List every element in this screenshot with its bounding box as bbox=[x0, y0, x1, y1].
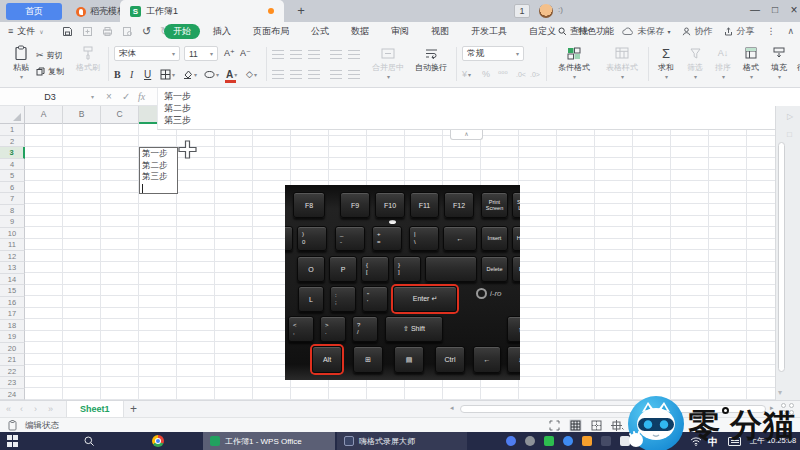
user-avatar[interactable] bbox=[539, 4, 553, 18]
taskbar-search-icon[interactable] bbox=[84, 436, 95, 447]
row-header-13[interactable]: 13 bbox=[0, 262, 25, 274]
confirm-entry-icon[interactable]: ✓ bbox=[122, 88, 130, 106]
cell-style-button[interactable] bbox=[204, 66, 219, 82]
italic-button[interactable]: I bbox=[130, 66, 133, 82]
prev-sheet-icon[interactable]: ‹ bbox=[20, 401, 23, 418]
bold-button[interactable]: B bbox=[114, 66, 121, 82]
row-header-14[interactable]: 14 bbox=[0, 274, 25, 286]
side-pane-icon[interactable]: □ bbox=[787, 130, 792, 139]
keyboard-image[interactable]: i-ro F8F9F10F11F12Print ScreenScroll Loc… bbox=[285, 185, 520, 380]
font-name-select[interactable]: 宋体▾ bbox=[114, 46, 180, 61]
fill-button[interactable]: 填充 bbox=[766, 44, 792, 80]
decrease-indent-icon[interactable] bbox=[330, 50, 342, 59]
merge-center-button[interactable]: 合并居中 bbox=[368, 44, 408, 80]
formula-bar-content[interactable]: 第一步第二步第三步 bbox=[157, 88, 775, 130]
align-left-icon[interactable] bbox=[272, 70, 284, 79]
comma-format-icon[interactable]: ⁰⁰⁰ bbox=[498, 66, 508, 82]
page-break-view-icon[interactable] bbox=[611, 419, 624, 432]
taskbar-window-recorder[interactable]: 嗨格式录屏大师 bbox=[337, 432, 467, 450]
format-button[interactable]: 格式 bbox=[738, 44, 764, 80]
add-sheet-button[interactable]: + bbox=[130, 401, 137, 417]
taskbar-window-wps[interactable]: 工作簿1 - WPS Office bbox=[203, 432, 335, 450]
row-header-10[interactable]: 10 bbox=[0, 228, 25, 240]
distribute-icon[interactable] bbox=[348, 70, 360, 79]
copy-button[interactable]: 复制 bbox=[36, 63, 64, 79]
tab-workbook1[interactable]: S 工作簿1 bbox=[120, 0, 284, 22]
column-header-A[interactable]: A bbox=[25, 106, 63, 124]
security-icon[interactable] bbox=[582, 436, 592, 446]
row-header-3[interactable]: 3 bbox=[0, 147, 25, 159]
currency-format-icon[interactable]: ¥ bbox=[462, 66, 471, 82]
page-layout-view-icon[interactable] bbox=[590, 419, 603, 432]
ribbon-tab-3[interactable]: 公式 bbox=[302, 24, 338, 39]
collaborate-button[interactable]: 协作 bbox=[682, 25, 712, 38]
sum-button[interactable]: Σ 求和 bbox=[652, 44, 680, 80]
chrome-icon[interactable] bbox=[152, 435, 164, 447]
notification-badge[interactable]: 1 bbox=[514, 4, 530, 18]
font-color-button[interactable]: A bbox=[226, 66, 237, 82]
ribbon-tab-5[interactable]: 审阅 bbox=[382, 24, 418, 39]
eye-care-icon[interactable] bbox=[525, 436, 535, 446]
collapse-ribbon-icon[interactable]: ∧ bbox=[787, 26, 794, 36]
active-cell-editor[interactable]: 第一步第二步第三步 bbox=[139, 147, 178, 194]
filter-button[interactable]: 筛选 bbox=[682, 44, 708, 80]
align-top-icon[interactable] bbox=[272, 50, 284, 59]
row-header-24[interactable]: 24 bbox=[0, 389, 25, 401]
print-icon[interactable] bbox=[102, 26, 113, 37]
highlight-color-button[interactable]: ◇ bbox=[246, 66, 257, 82]
decrease-decimal-icon[interactable]: .0˃ bbox=[530, 66, 540, 82]
next-sheet-icon[interactable]: › bbox=[34, 401, 37, 418]
maximize-button[interactable]: □ bbox=[766, 0, 784, 22]
increase-indent-icon[interactable] bbox=[348, 50, 360, 59]
ribbon-tab-1[interactable]: 插入 bbox=[204, 24, 240, 39]
insert-function-icon[interactable]: fx bbox=[138, 88, 145, 106]
close-button[interactable]: × bbox=[785, 0, 800, 22]
table-style-button[interactable]: 表格样式 bbox=[600, 44, 644, 80]
cut-button[interactable]: ✂剪切 bbox=[36, 47, 64, 63]
fill-color-button[interactable] bbox=[182, 66, 197, 82]
row-header-6[interactable]: 6 bbox=[0, 182, 25, 194]
ribbon-tab-0[interactable]: 开始 bbox=[164, 24, 200, 39]
row-header-15[interactable]: 15 bbox=[0, 285, 25, 297]
font-size-select[interactable]: 11▾ bbox=[184, 46, 218, 61]
tab-home[interactable]: 首页 bbox=[6, 3, 62, 20]
new-document-tab-button[interactable]: + bbox=[292, 2, 310, 20]
row-header-11[interactable]: 11 bbox=[0, 239, 25, 251]
wrap-text-button[interactable]: 自动换行 bbox=[412, 44, 450, 73]
name-box[interactable]: D3▾ bbox=[0, 88, 100, 106]
increase-decimal-icon[interactable]: .0˂ bbox=[516, 66, 526, 82]
undo-icon[interactable]: ↺ bbox=[142, 26, 151, 37]
row-header-9[interactable]: 9 bbox=[0, 216, 25, 228]
align-middle-icon[interactable] bbox=[290, 50, 302, 59]
ribbon-tab-6[interactable]: 视图 bbox=[422, 24, 458, 39]
row-header-1[interactable]: 1 bbox=[0, 124, 25, 136]
underline-button[interactable]: U bbox=[144, 66, 151, 82]
more-menu-icon[interactable]: ⋮ bbox=[766, 26, 775, 36]
browser-icon[interactable] bbox=[563, 436, 573, 446]
row-header-2[interactable]: 2 bbox=[0, 136, 25, 148]
vertical-scrollbar[interactable] bbox=[778, 142, 785, 372]
rows-cols-button[interactable]: 行和列 bbox=[794, 44, 800, 80]
borders-button[interactable] bbox=[160, 66, 175, 82]
column-header-B[interactable]: B bbox=[63, 106, 101, 124]
ribbon-tab-2[interactable]: 页面布局 bbox=[244, 24, 298, 39]
last-sheet-icon[interactable]: » bbox=[48, 401, 53, 418]
row-header-17[interactable]: 17 bbox=[0, 308, 25, 320]
row-header-23[interactable]: 23 bbox=[0, 377, 25, 389]
find-button[interactable]: 查找 bbox=[558, 22, 588, 40]
formula-bar-collapse-button[interactable]: ∧ bbox=[450, 130, 483, 140]
hscroll-left-icon[interactable]: ◂ bbox=[450, 404, 454, 412]
conditional-format-button[interactable]: 条件格式 bbox=[552, 44, 596, 80]
row-header-16[interactable]: 16 bbox=[0, 297, 25, 309]
row-header-4[interactable]: 4 bbox=[0, 159, 25, 171]
start-button[interactable] bbox=[7, 435, 19, 447]
justify-icon[interactable] bbox=[330, 70, 342, 79]
file-menu[interactable]: ≡ 文件 ∨ bbox=[8, 22, 44, 40]
column-header-d-partial[interactable] bbox=[139, 106, 157, 124]
number-format-select[interactable]: 常规▾ bbox=[462, 46, 524, 61]
wechat-icon[interactable] bbox=[544, 436, 554, 446]
percent-format-icon[interactable]: % bbox=[482, 66, 490, 82]
sheet-tab-sheet1[interactable]: Sheet1 bbox=[66, 401, 124, 417]
align-right-icon[interactable] bbox=[308, 70, 320, 79]
sort-button[interactable]: A↓ 排序 bbox=[710, 44, 736, 80]
